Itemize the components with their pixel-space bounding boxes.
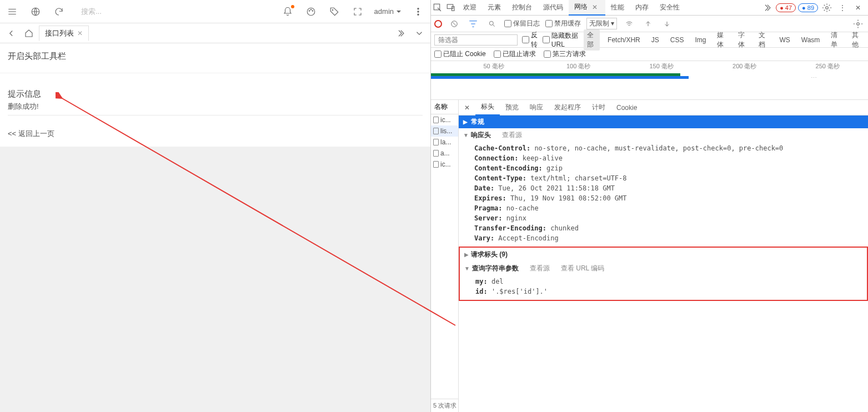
error-badge[interactable]: ● 47 xyxy=(776,3,796,12)
preserve-log-checkbox[interactable]: 保留日志 xyxy=(504,19,540,28)
request-item[interactable]: ic... xyxy=(431,159,458,170)
settings-icon[interactable] xyxy=(820,1,834,14)
dtab-preview[interactable]: 预览 xyxy=(500,100,524,115)
tabs-dropdown-icon[interactable] xyxy=(413,27,426,40)
detail-close-icon[interactable]: ✕ xyxy=(459,104,475,112)
tick-50: 50 毫秒 xyxy=(483,62,504,71)
bell-icon[interactable] xyxy=(281,5,294,18)
dt-tab-console[interactable]: 控制台 xyxy=(506,0,538,16)
svg-point-6 xyxy=(418,8,419,9)
home-icon[interactable] xyxy=(22,27,36,40)
dtab-timing[interactable]: 计时 xyxy=(586,100,611,115)
view-source-link[interactable]: 查看源 xyxy=(502,130,522,140)
request-list-header: 名称 xyxy=(431,100,458,114)
dt-tab-security[interactable]: 安全性 xyxy=(654,0,685,16)
timeline[interactable]: 50 毫秒 100 毫秒 150 毫秒 200 毫秒 250 毫秒 ⋯ xyxy=(431,61,868,100)
menu-icon[interactable] xyxy=(6,5,19,18)
dt-tab-elements[interactable]: 元素 xyxy=(482,0,506,16)
dt-tab-memory[interactable]: 内存 xyxy=(630,0,654,16)
tick-100: 100 毫秒 xyxy=(566,62,590,71)
blocked-cookie-checkbox[interactable]: 已阻止 Cookie xyxy=(434,49,486,59)
inspect-icon[interactable] xyxy=(431,1,444,14)
header-row: Content-Type: text/html; charset=UTF-8 xyxy=(474,173,868,183)
search-input[interactable]: 搜索... xyxy=(76,7,171,17)
fullscreen-icon[interactable] xyxy=(351,5,364,18)
request-item[interactable]: la... xyxy=(431,137,458,148)
type-other[interactable]: 其他 xyxy=(849,29,865,51)
more-tabs-icon[interactable] xyxy=(760,1,774,14)
response-headers-section[interactable]: ▼响应头 查看源 xyxy=(459,128,868,142)
network-filter-row: 反转 隐藏数据 URL 全部 Fetch/XHR JS CSS Img 媒体 字… xyxy=(431,32,868,48)
info-message: 删除成功! xyxy=(8,102,423,112)
net-settings-icon[interactable] xyxy=(851,17,865,31)
devtools-tab-bar: 欢迎 元素 控制台 源代码 网络✕ 性能 内存 安全性 ● 47 ● 89 ⋮ … xyxy=(431,0,868,16)
view-source-link2[interactable]: 查看源 xyxy=(530,264,550,273)
close-devtools-icon[interactable]: ✕ xyxy=(851,1,865,14)
devtools-pane: 欢迎 元素 控制台 源代码 网络✕ 性能 内存 安全性 ● 47 ● 89 ⋮ … xyxy=(430,0,868,412)
type-font[interactable]: 字体 xyxy=(735,29,751,51)
more-icon[interactable] xyxy=(412,5,425,18)
throttle-select[interactable]: 无限制 ▾ xyxy=(586,18,617,29)
tabs-more-icon[interactable] xyxy=(394,27,407,40)
general-section[interactable]: ▶常规 xyxy=(459,115,868,128)
query-string-section[interactable]: ▼查询字符串参数 查看源 查看 URL 编码 xyxy=(460,262,867,275)
tab-strip: 接口列表 ✕ xyxy=(0,23,430,43)
type-all[interactable]: 全部 xyxy=(584,29,600,51)
type-fetch[interactable]: Fetch/XHR xyxy=(604,35,644,45)
dtab-headers[interactable]: 标头 xyxy=(475,100,500,115)
refresh-icon[interactable] xyxy=(52,5,66,18)
file-icon xyxy=(433,150,439,157)
dots-icon[interactable]: ⋮ xyxy=(836,1,849,14)
search-icon[interactable] xyxy=(485,17,499,31)
dt-tab-network[interactable]: 网络✕ xyxy=(569,0,605,16)
record-button[interactable] xyxy=(434,20,442,28)
type-manifest[interactable]: 清单 xyxy=(827,29,844,51)
dt-tab-close-icon[interactable]: ✕ xyxy=(590,3,600,11)
dtab-response[interactable]: 响应 xyxy=(524,100,549,115)
tag-icon[interactable] xyxy=(328,5,341,18)
clear-icon[interactable] xyxy=(448,17,461,31)
type-media[interactable]: 媒体 xyxy=(714,29,730,51)
file-icon xyxy=(433,117,439,123)
dt-tab-sources[interactable]: 源代码 xyxy=(538,0,569,16)
palette-icon[interactable] xyxy=(304,5,318,18)
response-headers-list: Cache-Control: no-store, no-cache, must-… xyxy=(459,142,868,247)
request-headers-section[interactable]: ▶请求标头 (9) xyxy=(460,248,867,262)
invert-checkbox[interactable]: 反转 xyxy=(522,31,538,49)
download-icon[interactable] xyxy=(660,17,674,31)
request-item[interactable]: ic... xyxy=(431,114,458,125)
param-row: my: del xyxy=(475,277,867,287)
upload-icon[interactable] xyxy=(641,17,655,31)
filter-input[interactable] xyxy=(434,34,518,46)
hide-data-url-checkbox[interactable]: 隐藏数据 URL xyxy=(543,31,579,48)
nav-back-icon[interactable] xyxy=(4,27,18,40)
third-party-checkbox[interactable]: 第三方请求 xyxy=(544,49,586,59)
request-item[interactable]: a... xyxy=(431,148,458,159)
type-doc[interactable]: 文档 xyxy=(755,29,771,51)
dtab-cookie[interactable]: Cookie xyxy=(611,100,643,115)
device-icon[interactable] xyxy=(444,1,458,14)
detail-tabs: ✕ 标头 预览 响应 发起程序 计时 Cookie xyxy=(459,100,868,115)
type-css[interactable]: CSS xyxy=(667,35,688,45)
tab-api-list[interactable]: 接口列表 ✕ xyxy=(39,26,89,41)
dtab-initiator[interactable]: 发起程序 xyxy=(549,100,586,115)
tab-close-icon[interactable]: ✕ xyxy=(77,29,83,37)
view-url-encoded-link[interactable]: 查看 URL 编码 xyxy=(561,264,604,273)
info-badge[interactable]: ● 89 xyxy=(798,3,818,12)
type-img[interactable]: Img xyxy=(691,35,709,45)
header-row: Transfer-Encoding: chunked xyxy=(474,223,868,233)
filter-icon[interactable] xyxy=(466,17,480,31)
disable-cache-checkbox[interactable]: 禁用缓存 xyxy=(545,19,581,28)
header-row: Vary: Accept-Encoding xyxy=(474,233,868,243)
request-item[interactable]: lis... xyxy=(431,125,458,137)
wifi-icon[interactable] xyxy=(623,17,636,31)
dt-tab-welcome[interactable]: 欢迎 xyxy=(458,0,482,16)
globe-icon[interactable] xyxy=(29,5,42,18)
type-js[interactable]: JS xyxy=(648,35,663,45)
type-ws[interactable]: WS xyxy=(776,35,793,45)
blocked-request-checkbox[interactable]: 已阻止请求 xyxy=(494,49,536,59)
user-menu[interactable]: admin xyxy=(374,7,402,16)
back-link[interactable]: << 返回上一页 xyxy=(8,129,54,139)
dt-tab-performance[interactable]: 性能 xyxy=(605,0,630,16)
type-wasm[interactable]: Wasm xyxy=(798,35,824,45)
